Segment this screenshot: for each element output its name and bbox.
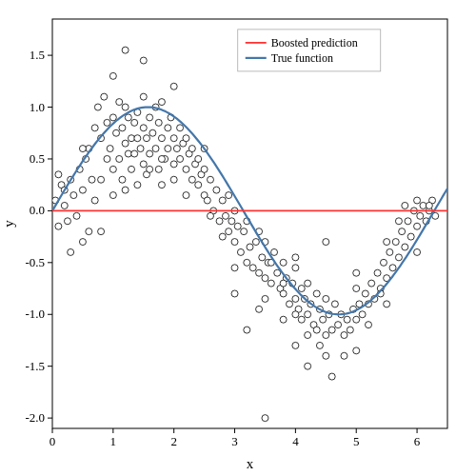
svg-point-67 [122,104,129,110]
svg-point-139 [271,248,278,255]
svg-point-217 [328,373,335,380]
svg-point-98 [177,125,184,131]
svg-point-240 [98,228,105,235]
svg-point-117 [219,197,226,204]
svg-point-175 [359,311,366,318]
svg-text:True function: True function [271,51,333,65]
svg-point-237 [323,239,329,246]
svg-point-134 [259,254,266,261]
svg-point-245 [147,166,153,172]
svg-point-168 [341,332,347,339]
svg-point-219 [366,322,372,328]
svg-point-236 [262,415,268,422]
svg-point-230 [231,290,238,297]
svg-point-120 [226,192,232,199]
svg-point-127 [244,259,250,266]
svg-text:5: 5 [353,434,360,448]
svg-point-107 [195,182,202,188]
svg-point-93 [165,146,171,152]
svg-point-79 [140,93,147,100]
svg-point-187 [395,254,402,261]
svg-point-118 [222,212,228,219]
svg-point-201 [68,248,74,255]
svg-point-63 [116,155,123,162]
svg-point-215 [305,363,311,369]
svg-point-145 [287,301,293,307]
svg-point-196 [420,202,426,208]
svg-point-162 [323,295,329,302]
svg-point-153 [305,311,311,318]
svg-point-77 [140,125,147,131]
svg-point-113 [208,176,214,183]
svg-point-50 [91,197,98,204]
svg-point-97 [173,146,180,152]
svg-text:0.5: 0.5 [30,151,45,166]
svg-point-54 [101,93,108,100]
svg-point-232 [292,311,299,318]
svg-point-211 [353,347,360,354]
svg-point-69 [125,114,131,121]
svg-point-56 [104,119,110,126]
svg-point-66 [122,140,129,147]
svg-point-157 [313,290,320,297]
svg-point-130 [249,265,256,271]
svg-point-124 [234,223,241,229]
svg-point-59 [109,166,116,172]
svg-point-119 [226,228,232,235]
svg-point-122 [231,239,238,246]
svg-point-228 [280,280,287,287]
svg-text:x: x [247,456,254,471]
svg-point-89 [158,135,165,142]
svg-point-186 [392,239,399,246]
svg-point-65 [119,176,126,183]
svg-point-44 [79,187,86,193]
svg-point-244 [55,171,62,178]
svg-point-115 [213,187,220,193]
svg-point-182 [380,259,387,266]
svg-point-84 [149,129,156,136]
svg-point-148 [292,265,299,271]
svg-text:-2.0: -2.0 [25,410,45,425]
svg-text:1: 1 [110,434,117,448]
svg-point-80 [143,135,149,142]
svg-point-143 [280,290,287,297]
svg-point-242 [79,146,86,152]
svg-point-41 [70,192,77,199]
svg-point-38 [61,202,68,208]
svg-point-151 [298,316,305,323]
svg-point-45 [79,239,86,246]
svg-point-138 [268,280,274,287]
svg-point-226 [219,233,226,240]
svg-point-72 [131,119,138,126]
svg-point-195 [417,212,424,219]
svg-text:1.5: 1.5 [30,48,45,62]
svg-text:3: 3 [231,434,238,448]
svg-point-241 [109,192,116,199]
svg-point-96 [170,161,177,168]
svg-point-104 [188,176,195,183]
svg-point-190 [405,218,411,225]
svg-point-92 [165,125,171,131]
svg-point-238 [353,269,360,276]
svg-point-88 [155,166,162,172]
svg-point-111 [201,166,208,172]
svg-text:-1.5: -1.5 [25,359,45,373]
svg-point-48 [89,176,95,183]
svg-point-87 [155,119,162,126]
svg-point-42 [73,212,80,219]
svg-point-36 [55,223,62,229]
svg-point-203 [122,47,129,53]
svg-point-158 [313,327,320,333]
svg-point-194 [414,197,421,204]
svg-point-185 [389,265,396,271]
svg-point-170 [347,327,353,333]
svg-point-142 [280,259,287,266]
svg-point-53 [98,176,105,183]
svg-point-178 [368,280,375,287]
svg-point-214 [256,306,263,312]
svg-point-49 [91,125,98,131]
svg-point-229 [292,254,299,261]
svg-point-233 [280,316,287,323]
svg-point-101 [183,166,189,172]
svg-point-68 [125,150,131,157]
